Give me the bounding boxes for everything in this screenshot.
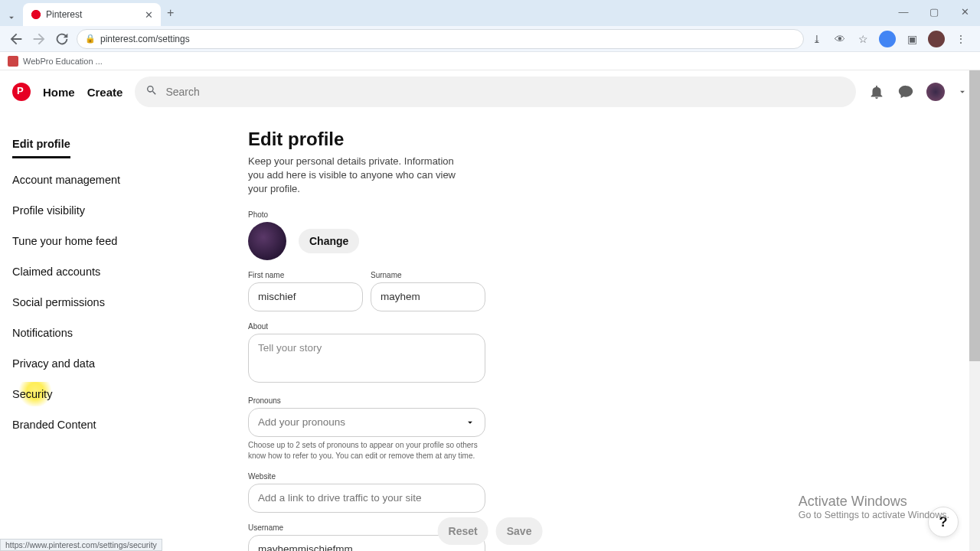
sidebar-item-branded-content[interactable]: Branded Content bbox=[12, 412, 96, 437]
minimize-icon[interactable]: — bbox=[888, 0, 919, 23]
sidebar-item-profile-visibility[interactable]: Profile visibility bbox=[12, 198, 85, 223]
close-window-icon[interactable]: ✕ bbox=[949, 0, 980, 23]
pronouns-hint: Choose up to 2 sets of pronouns to appea… bbox=[248, 440, 485, 461]
menu-icon[interactable]: ⋮ bbox=[954, 32, 968, 46]
search-input[interactable]: Search bbox=[135, 77, 856, 107]
pronouns-label: Pronouns bbox=[248, 396, 980, 405]
surname-input[interactable] bbox=[371, 282, 485, 311]
photo-label: Photo bbox=[248, 210, 980, 219]
first-name-label: First name bbox=[248, 271, 363, 279]
website-input[interactable] bbox=[248, 484, 485, 513]
sidebar-item-account-management[interactable]: Account management bbox=[12, 168, 120, 192]
profile-avatar-icon[interactable] bbox=[928, 31, 945, 47]
install-app-icon[interactable]: ⤓ bbox=[810, 32, 824, 46]
lock-icon: 🔒 bbox=[85, 34, 96, 44]
sidebar-item-tune-feed[interactable]: Tune your home feed bbox=[12, 229, 117, 253]
avatar-icon[interactable] bbox=[926, 83, 945, 101]
close-tab-icon[interactable]: ✕ bbox=[145, 9, 153, 21]
settings-sidebar: Edit profile Account management Profile … bbox=[0, 113, 214, 551]
scroll-thumb[interactable] bbox=[969, 70, 980, 361]
tab-title: Pinterest bbox=[46, 9, 140, 20]
sidebar-item-security[interactable]: Security bbox=[12, 382, 52, 406]
create-link[interactable]: Create bbox=[87, 86, 123, 99]
new-tab-button[interactable]: + bbox=[167, 6, 174, 20]
profile-photo bbox=[248, 222, 286, 260]
website-label: Website bbox=[248, 472, 980, 481]
sidebar-item-notifications[interactable]: Notifications bbox=[12, 321, 73, 345]
forward-icon bbox=[31, 31, 47, 47]
main-panel: Edit profile Keep your personal details … bbox=[214, 113, 980, 551]
surname-label: Surname bbox=[371, 271, 485, 279]
side-panel-icon[interactable]: ▣ bbox=[905, 32, 919, 46]
browser-toolbar: 🔒 pinterest.com/settings ⤓ 👁 ☆ ▣ ⋮ bbox=[0, 26, 980, 52]
search-placeholder: Search bbox=[165, 86, 199, 98]
sidebar-item-claimed-accounts[interactable]: Claimed accounts bbox=[12, 259, 100, 284]
bookmark-star-icon[interactable]: ☆ bbox=[856, 32, 870, 46]
extension-icon[interactable] bbox=[879, 31, 896, 47]
activate-windows-watermark: Activate Windows Go to Settings to activ… bbox=[799, 494, 949, 520]
bookmark-favicon-icon bbox=[8, 56, 18, 67]
reset-button[interactable]: Reset bbox=[438, 517, 488, 545]
maximize-icon[interactable]: ▢ bbox=[919, 0, 949, 23]
pronouns-placeholder: Add your pronouns bbox=[258, 416, 345, 428]
pinterest-logo-icon[interactable] bbox=[12, 83, 31, 101]
bookmark-item[interactable]: WebPro Education ... bbox=[23, 57, 103, 66]
scrollbar[interactable] bbox=[969, 70, 980, 551]
address-bar[interactable]: 🔒 pinterest.com/settings bbox=[77, 29, 804, 49]
eye-off-icon[interactable]: 👁 bbox=[833, 32, 847, 46]
browser-titlebar: Pinterest ✕ + — ▢ ✕ bbox=[0, 0, 980, 26]
home-link[interactable]: Home bbox=[43, 86, 75, 99]
first-name-input[interactable] bbox=[248, 282, 363, 311]
tab-search-icon[interactable] bbox=[6, 12, 17, 23]
about-label: About bbox=[248, 322, 980, 331]
page-description: Keep your personal details private. Info… bbox=[248, 155, 470, 197]
bookmarks-bar: WebPro Education ... bbox=[0, 52, 980, 70]
page-title: Edit profile bbox=[248, 129, 980, 150]
browser-tab[interactable]: Pinterest ✕ bbox=[23, 3, 161, 26]
pronouns-select[interactable]: Add your pronouns bbox=[248, 408, 485, 437]
status-bar-link: https://www.pinterest.com/settings/secur… bbox=[0, 539, 162, 551]
chevron-down-icon bbox=[465, 417, 475, 428]
messages-icon[interactable] bbox=[897, 83, 914, 100]
sidebar-item-social-permissions[interactable]: Social permissions bbox=[12, 290, 105, 315]
about-textarea[interactable] bbox=[248, 334, 485, 383]
url-text: pinterest.com/settings bbox=[100, 34, 190, 44]
sidebar-item-edit-profile[interactable]: Edit profile bbox=[12, 132, 70, 158]
search-icon bbox=[145, 84, 158, 99]
save-button[interactable]: Save bbox=[496, 517, 543, 545]
chevron-down-icon[interactable] bbox=[957, 83, 968, 100]
pinterest-favicon-icon bbox=[31, 9, 41, 20]
notifications-icon[interactable] bbox=[868, 83, 885, 100]
username-label: Username bbox=[248, 523, 980, 532]
app-header: Home Create Search bbox=[0, 70, 980, 113]
sidebar-item-privacy-data[interactable]: Privacy and data bbox=[12, 351, 95, 376]
change-photo-button[interactable]: Change bbox=[299, 229, 359, 253]
reload-icon[interactable] bbox=[54, 31, 70, 47]
back-icon[interactable] bbox=[8, 31, 24, 47]
